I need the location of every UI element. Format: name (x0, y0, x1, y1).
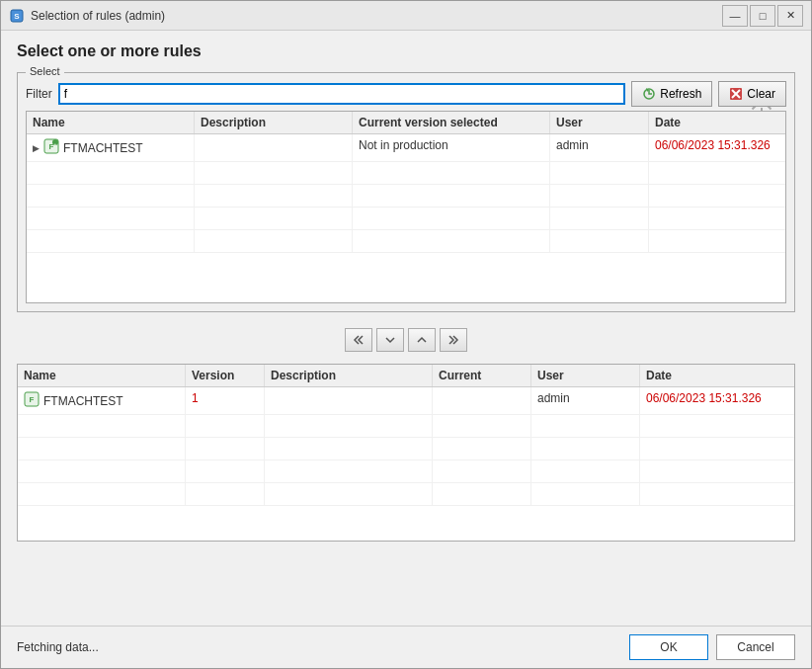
col-description: Description (195, 112, 353, 133)
svg-text:S: S (14, 12, 20, 21)
refresh-button[interactable]: Refresh (631, 81, 712, 107)
nav-buttons (17, 324, 795, 356)
cell-user: admin (550, 134, 649, 161)
cell-current-version: Not in production (353, 134, 550, 161)
clear-label: Clear (747, 87, 775, 101)
bottom-table-body: F FTMACHTEST 1 admin 06/06/2023 15:31.32… (18, 387, 794, 541)
bcol-description: Description (265, 365, 433, 386)
minimize-button[interactable]: — (722, 5, 748, 27)
filter-input[interactable] (58, 83, 626, 105)
row-icon: F + (43, 138, 59, 157)
bcell-version: 1 (186, 387, 265, 414)
maximize-button[interactable]: □ (750, 5, 775, 27)
cell-name: ▶ F + FTMACHTEST (27, 134, 195, 161)
title-bar-buttons: — □ ✕ (722, 5, 803, 27)
table-row[interactable]: ▶ F + FTMACHTEST (27, 134, 785, 162)
move-last-button[interactable] (440, 328, 467, 352)
table-row[interactable] (18, 415, 794, 438)
bottom-table-header: Name Version Description Current User Da… (18, 365, 794, 387)
header-section: Select one or more rules (17, 42, 795, 64)
table-row[interactable] (27, 185, 785, 208)
filter-row: Filter Refresh (26, 81, 786, 107)
rules-table: Name Description Current version selecte… (26, 111, 786, 303)
refresh-label: Refresh (660, 87, 701, 101)
main-window: S Selection of rules (admin) — □ ✕ Selec… (0, 0, 812, 669)
move-down-button[interactable] (376, 328, 404, 352)
bcol-name: Name (18, 365, 186, 386)
bcell-name: F FTMACHTEST (18, 387, 186, 414)
move-up-button[interactable] (408, 328, 436, 352)
title-bar: S Selection of rules (admin) — □ ✕ (1, 1, 811, 31)
col-name: Name (27, 112, 195, 133)
refresh-icon (642, 87, 656, 101)
bcell-current (433, 387, 531, 414)
footer: Fetching data... OK Cancel (1, 626, 811, 668)
cancel-button[interactable]: Cancel (716, 634, 795, 660)
ok-button[interactable]: OK (629, 634, 708, 660)
close-button[interactable]: ✕ (777, 5, 803, 27)
bcol-version: Version (186, 365, 265, 386)
filter-label: Filter (26, 87, 52, 101)
bcol-date: Date (640, 365, 795, 386)
content-area: Select one or more rules (1, 31, 811, 626)
window-title: Selection of rules (admin) (31, 9, 165, 23)
select-section: Select Filter Refresh (17, 72, 795, 312)
col-current-version: Current version selected (353, 112, 550, 133)
expand-arrow: ▶ (33, 143, 40, 153)
table-row[interactable] (18, 460, 794, 483)
cell-description (195, 134, 353, 161)
cell-name-text: FTMACHTEST (63, 141, 143, 155)
bcell-description (265, 387, 433, 414)
col-user: User (550, 112, 649, 133)
move-first-button[interactable] (345, 328, 372, 352)
page-title: Select one or more rules (17, 42, 795, 60)
table-row[interactable] (18, 438, 794, 460)
bcol-current: Current (433, 365, 531, 386)
top-table-body: ▶ F + FTMACHTEST (27, 134, 785, 302)
clear-button[interactable]: Clear (718, 81, 786, 107)
window-icon: S (9, 8, 25, 24)
clear-icon (729, 87, 743, 101)
table-row[interactable]: F FTMACHTEST 1 admin 06/06/2023 15:31.32… (18, 387, 794, 415)
cell-date: 06/06/2023 15:31.326 (649, 134, 785, 161)
versions-table: Name Version Description Current User Da… (17, 364, 795, 542)
svg-text:F: F (30, 395, 35, 404)
footer-buttons: OK Cancel (629, 634, 795, 660)
bcell-date: 06/06/2023 15:31.326 (640, 387, 794, 414)
bcell-name-text: FTMACHTEST (43, 394, 123, 408)
col-date: Date (649, 112, 786, 133)
select-legend: Select (26, 65, 64, 77)
title-bar-left: S Selection of rules (admin) (9, 8, 165, 24)
top-table-header: Name Description Current version selecte… (27, 112, 785, 134)
table-row[interactable] (27, 208, 785, 230)
table-row[interactable] (27, 230, 785, 253)
bcell-user: admin (531, 387, 640, 414)
status-text: Fetching data... (17, 640, 99, 654)
table-row[interactable] (18, 483, 794, 506)
table-row[interactable] (27, 162, 785, 185)
brow-icon: F (24, 391, 40, 410)
bcol-user: User (531, 365, 640, 386)
